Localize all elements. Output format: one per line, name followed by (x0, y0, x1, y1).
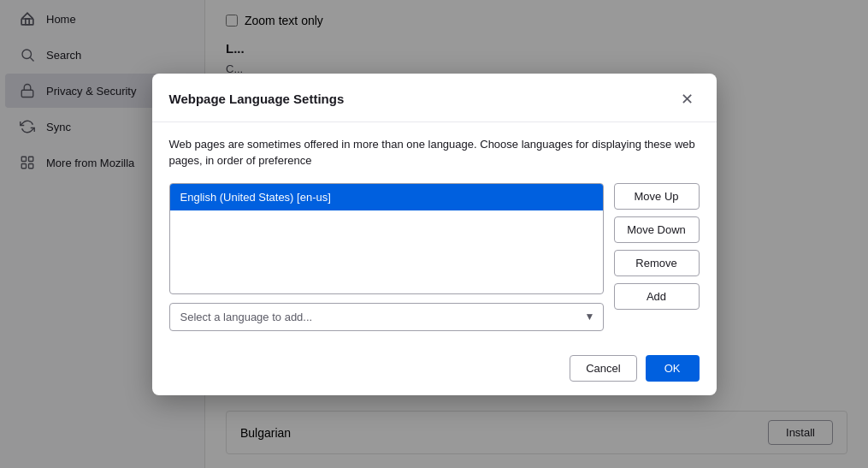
language-item-english[interactable]: English (United States) [en-us] (170, 184, 603, 210)
dialog-footer: Cancel OK (152, 345, 717, 395)
language-list[interactable]: English (United States) [en-us] (169, 183, 604, 294)
dialog-action-buttons: Move Up Move Down Remove Add (614, 183, 700, 310)
remove-button[interactable]: Remove (614, 250, 700, 276)
ok-button[interactable]: OK (646, 355, 700, 382)
language-select-row: Select a language to add... ▼ (169, 303, 604, 331)
dialog-body: Web pages are sometimes offered in more … (152, 122, 717, 345)
cancel-button[interactable]: Cancel (570, 355, 636, 382)
add-button[interactable]: Add (614, 283, 700, 310)
language-list-container: English (United States) [en-us] Select a… (169, 183, 604, 331)
dialog-title: Webpage Language Settings (169, 92, 345, 106)
language-add-dropdown[interactable]: Select a language to add... (169, 303, 604, 331)
dialog-columns: English (United States) [en-us] Select a… (169, 183, 700, 331)
dialog-header: Webpage Language Settings ✕ (152, 74, 717, 122)
webpage-language-dialog: Webpage Language Settings ✕ Web pages ar… (152, 74, 717, 395)
dialog-description: Web pages are sometimes offered in more … (169, 136, 700, 169)
move-down-button[interactable]: Move Down (614, 216, 700, 243)
close-button[interactable]: ✕ (676, 87, 700, 111)
move-up-button[interactable]: Move Up (614, 183, 700, 210)
